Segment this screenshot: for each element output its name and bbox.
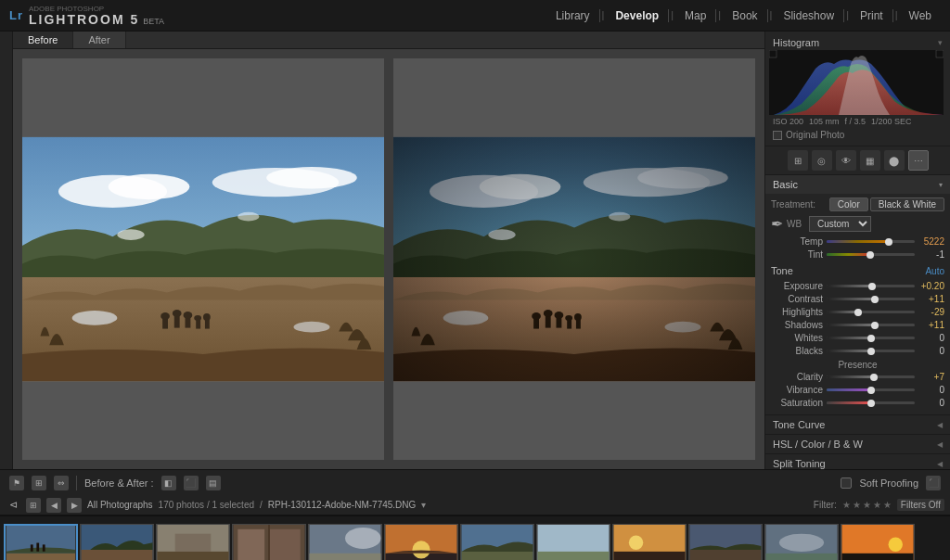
- svg-point-17: [194, 315, 201, 321]
- tint-slider[interactable]: [827, 253, 915, 256]
- filmstrip-thumb-7[interactable]: [460, 524, 534, 561]
- soft-proofing-checkbox[interactable]: [841, 477, 852, 489]
- before-after-swap-icon[interactable]: ⬛: [184, 476, 199, 490]
- filmstrip-next-icon[interactable]: ▶: [67, 498, 82, 513]
- treatment-row: Treatment: Color Black & White: [771, 197, 944, 211]
- bottom-toolbar: ⚑ ⊞ ⇔ Before & After : ◧ ⬛ ▤ Soft Proofi…: [0, 469, 950, 495]
- tone-title-row: Tone Auto: [771, 262, 944, 279]
- gradient-tool[interactable]: ▦: [860, 150, 880, 171]
- filmstrip-thumb-12[interactable]: [841, 524, 915, 561]
- original-photo-checkbox[interactable]: [773, 131, 782, 140]
- histogram-header: Histogram ▾: [769, 35, 946, 50]
- nav-web[interactable]: Web: [900, 9, 941, 22]
- shutter-info: 1/200 SEC: [871, 117, 912, 126]
- aperture-info: f / 3.5: [845, 117, 867, 126]
- blacks-slider[interactable]: [827, 350, 915, 352]
- clarity-slider[interactable]: [827, 375, 915, 378]
- nav-develop[interactable]: Develop: [606, 9, 669, 22]
- filmstrip-thumb-11[interactable]: [764, 524, 839, 561]
- tint-label: Tint: [771, 249, 823, 260]
- nav-print[interactable]: Print: [851, 9, 893, 22]
- filmstrip-thumb-9[interactable]: [612, 524, 687, 561]
- svg-point-5: [117, 229, 144, 240]
- toolbar-compare-icon[interactable]: ⇔: [54, 476, 69, 490]
- original-photo-row: Original Photo: [769, 128, 946, 142]
- toolbar-flag-icon[interactable]: ⚑: [9, 476, 24, 490]
- nav-slideshow[interactable]: Slideshow: [774, 9, 844, 22]
- saturation-label: Saturation: [771, 398, 823, 408]
- temp-label: Temp: [771, 236, 823, 247]
- basic-section-content: Treatment: Color Black & White ✒ WB Cust…: [765, 194, 950, 414]
- svg-point-8: [72, 311, 118, 325]
- filmstrip-prev-icon[interactable]: ◀: [46, 498, 61, 513]
- svg-rect-45: [6, 553, 75, 560]
- more-tool[interactable]: ⋯: [908, 150, 929, 171]
- whites-slider-row: Whites 0: [771, 333, 944, 343]
- svg-point-76: [779, 533, 824, 551]
- toolbar-grid-icon[interactable]: ⊞: [32, 476, 46, 490]
- redeye-tool[interactable]: 👁: [836, 150, 856, 171]
- filmstrip-thumb-6[interactable]: [384, 524, 458, 561]
- zoom-icon[interactable]: ⬛: [926, 476, 941, 490]
- wb-select[interactable]: Custom As Shot Auto Daylight: [809, 216, 871, 232]
- soft-proofing-label: Soft Proofing: [859, 477, 918, 489]
- filmstrip-expand-icon[interactable]: ▾: [421, 500, 426, 510]
- app-title: LIGHTROOM 5: [29, 13, 139, 26]
- spot-tool[interactable]: ◎: [812, 150, 832, 171]
- wb-eyedropper[interactable]: ✒: [771, 215, 783, 233]
- contrast-slider[interactable]: [827, 298, 915, 300]
- before-after-icon[interactable]: ◧: [161, 476, 176, 490]
- exposure-slider[interactable]: [827, 285, 915, 287]
- vibrance-label: Vibrance: [771, 385, 823, 395]
- filmstrip-thumb-1[interactable]: ★★★★★: [4, 524, 78, 561]
- brush-tool[interactable]: ⬤: [884, 150, 905, 171]
- filmstrip-back-icon[interactable]: ⊲: [6, 498, 20, 513]
- hsl-label: HSL / Color / B & W: [773, 439, 863, 450]
- bw-btn[interactable]: Black & White: [870, 197, 944, 211]
- basic-section-header[interactable]: Basic ▾: [765, 175, 950, 194]
- temp-slider[interactable]: [827, 240, 915, 243]
- exposure-label: Exposure: [771, 281, 823, 291]
- before-after-split-icon[interactable]: ▤: [206, 476, 221, 490]
- saturation-slider[interactable]: [827, 401, 915, 404]
- filmstrip-grid-icon[interactable]: ⊞: [26, 498, 41, 513]
- basic-panel-section: Basic ▾ Treatment: Color Black & White ✒…: [765, 175, 950, 415]
- filmstrip-thumb-4[interactable]: [232, 524, 306, 561]
- svg-point-60: [345, 527, 381, 548]
- clarity-value: +7: [918, 372, 944, 382]
- shadows-slider[interactable]: [827, 324, 915, 326]
- whites-label: Whites: [771, 333, 823, 343]
- vibrance-slider[interactable]: [827, 388, 915, 391]
- treatment-label: Treatment:: [771, 199, 815, 210]
- split-toning-section[interactable]: Split Toning ◀: [765, 454, 950, 469]
- tint-value: -1: [918, 249, 944, 260]
- filmstrip-thumb-5[interactable]: ★★★: [308, 524, 382, 561]
- histogram-display: [769, 50, 944, 115]
- filmstrip-thumb-2[interactable]: ★★★★: [80, 524, 154, 561]
- crop-tool[interactable]: ⊞: [788, 150, 808, 171]
- nav-library[interactable]: Library: [546, 9, 600, 22]
- svg-rect-55: [238, 528, 264, 560]
- filmstrip-source[interactable]: All Photographs: [87, 500, 153, 510]
- saturation-value: 0: [918, 398, 944, 408]
- split-toning-label: Split Toning: [773, 458, 826, 469]
- before-tab[interactable]: Before: [13, 32, 73, 48]
- after-tab[interactable]: After: [73, 32, 125, 48]
- nav-book[interactable]: Book: [723, 9, 767, 22]
- whites-slider[interactable]: [827, 337, 915, 339]
- svg-point-71: [629, 535, 643, 549]
- svg-point-2: [109, 174, 190, 199]
- filmstrip-thumb-8[interactable]: [536, 524, 610, 561]
- tone-auto[interactable]: Auto: [925, 266, 944, 276]
- hsl-section[interactable]: HSL / Color / B & W ◀: [765, 435, 950, 454]
- histogram-arrow[interactable]: ▾: [938, 38, 943, 47]
- tone-curve-section[interactable]: Tone Curve ◀: [765, 415, 950, 435]
- filters-off-btn[interactable]: Filters Off: [897, 499, 944, 511]
- split-toning-arrow: ◀: [937, 460, 943, 468]
- svg-rect-59: [309, 553, 380, 560]
- nav-map[interactable]: Map: [675, 9, 716, 22]
- highlights-slider[interactable]: [827, 311, 915, 313]
- filmstrip-thumb-10[interactable]: [688, 524, 763, 561]
- color-btn[interactable]: Color: [829, 197, 868, 211]
- filmstrip-thumb-3[interactable]: [156, 524, 230, 561]
